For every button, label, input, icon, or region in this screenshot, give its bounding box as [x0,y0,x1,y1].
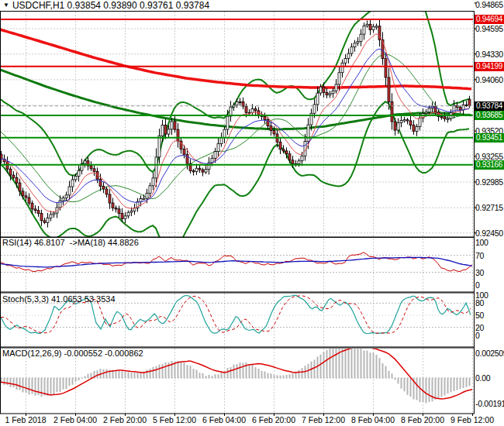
chart-canvas[interactable] [0,0,504,426]
trading-chart-window[interactable]: ▼ USDCHF,H1 0.93854 0.93890 0.93761 0.93… [0,0,504,426]
